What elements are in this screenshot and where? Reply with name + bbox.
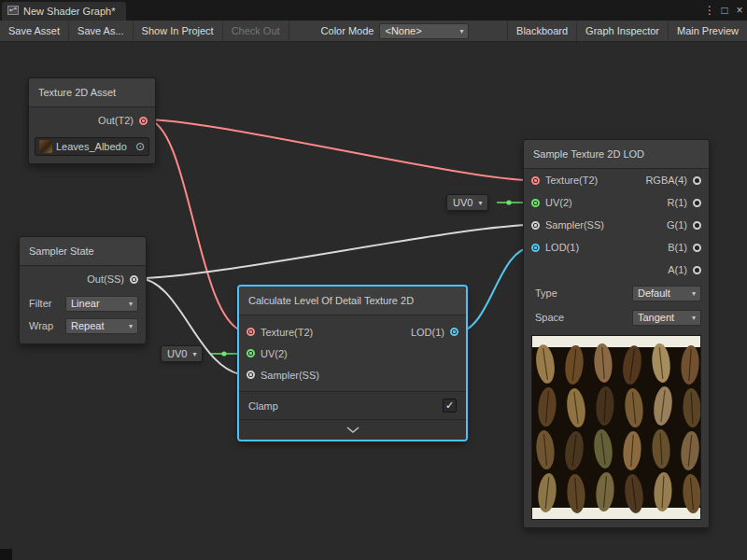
save-as-button[interactable]: Save As... (69, 21, 134, 41)
port-label: Out(T2) (98, 115, 134, 126)
uv-channel-value: UV0 (453, 197, 472, 208)
toolbar-right-group: Blackboard Graph Inspector Main Preview (507, 21, 747, 41)
port-label: UV(2) (261, 348, 288, 359)
uv-channel-pill-calculate[interactable]: UV0 ▾ (161, 345, 203, 362)
uv-default-dot-calculate (221, 351, 226, 356)
edge-lod-to-sample (457, 247, 532, 332)
chevron-down-icon: ▾ (129, 322, 133, 330)
port-in-lod[interactable] (531, 244, 540, 252)
collapse-previews-button[interactable] (239, 419, 466, 440)
type-value: Default (638, 287, 670, 299)
document-tab[interactable]: New Shader Graph* (2, 2, 126, 21)
chevron-down-icon (346, 427, 359, 433)
main-preview-toggle-button[interactable]: Main Preview (668, 21, 747, 41)
chevron-down-icon: ▾ (692, 289, 696, 298)
color-mode-value: <None> (385, 25, 421, 36)
port-in-uv[interactable] (531, 199, 540, 207)
space-label: Space (535, 312, 564, 323)
texture-name: Leaves_Albedo (56, 141, 127, 152)
canvas-corner (0, 549, 12, 560)
edge-texture-to-sample (146, 119, 532, 180)
port-label: RGBA(4) (645, 175, 687, 186)
type-dropdown[interactable]: Default ▾ (632, 286, 701, 301)
port-in-sampler[interactable] (531, 221, 540, 230)
node-texture-2d-asset[interactable]: Texture 2D Asset Out(T2) Leaves_Albedo ⊙ (28, 77, 156, 164)
port-in-sampler[interactable] (247, 371, 255, 379)
node-title: Sample Texture 2D LOD (524, 140, 709, 169)
port-out-lod[interactable] (450, 328, 458, 336)
filter-label: Filter (29, 298, 51, 309)
port-in-texture[interactable] (247, 328, 255, 336)
port-label: LOD(1) (545, 242, 579, 253)
port-out-b[interactable] (693, 244, 701, 252)
show-in-project-button[interactable]: Show In Project (134, 21, 223, 41)
wrap-dropdown[interactable]: Repeat ▾ (65, 318, 138, 334)
port-out-r[interactable] (693, 199, 701, 207)
titlebar: New Shader Graph* ⋮ □ × (0, 0, 747, 21)
chevron-down-icon: ▾ (459, 27, 463, 35)
texture-object-field[interactable]: Leaves_Albedo ⊙ (35, 137, 149, 156)
filter-value: Linear (71, 298, 100, 309)
save-asset-button[interactable]: Save Asset (0, 21, 69, 41)
filter-dropdown[interactable]: Linear ▾ (65, 296, 138, 312)
port-label: R(1) (668, 197, 687, 208)
shader-graph-icon (7, 5, 19, 18)
space-dropdown[interactable]: Tangent ▾ (632, 310, 701, 326)
wrap-label: Wrap (29, 320, 53, 331)
node-calculate-lod-texture-2d[interactable]: Calculate Level Of Detail Texture 2D Tex… (238, 286, 467, 441)
port-in-uv[interactable] (247, 349, 255, 357)
chevron-down-icon: ▾ (478, 199, 482, 207)
color-mode-label: Color Mode (316, 21, 380, 41)
edge-sampler-to-sample (137, 225, 532, 278)
uv-default-dot-sample (506, 200, 511, 204)
port-label: Out(SS) (87, 273, 124, 285)
port-out-ss[interactable] (130, 275, 138, 284)
port-label: LOD(1) (411, 327, 444, 338)
port-label: Texture(T2) (261, 327, 313, 338)
tab-title: New Shader Graph* (23, 6, 115, 17)
port-label: UV(2) (545, 197, 572, 208)
port-out-t2[interactable] (139, 117, 148, 125)
check-out-button: Check Out (223, 21, 289, 41)
menu-kebab-icon[interactable]: ⋮ (702, 4, 717, 17)
chevron-down-icon: ▾ (192, 350, 196, 358)
port-out-a[interactable] (693, 266, 701, 274)
port-label: Texture(T2) (545, 175, 598, 186)
maximize-icon[interactable]: □ (717, 4, 732, 17)
port-in-texture[interactable] (531, 176, 540, 185)
node-title: Calculate Level Of Detail Texture 2D (239, 287, 466, 315)
graph-canvas[interactable]: Texture 2D Asset Out(T2) Leaves_Albedo ⊙… (0, 42, 747, 560)
texture-thumbnail (39, 140, 52, 153)
port-label: B(1) (668, 242, 687, 253)
wrap-value: Repeat (71, 320, 104, 331)
object-picker-icon[interactable]: ⊙ (135, 141, 145, 152)
port-out-g[interactable] (693, 221, 701, 230)
uv-channel-value: UV0 (167, 348, 187, 359)
color-mode-dropdown[interactable]: <None> ▾ (379, 23, 469, 39)
clamp-label: Clamp (248, 400, 278, 412)
toolbar-left-group: Save Asset Save As... Show In Project Ch… (0, 21, 289, 41)
port-label: A(1) (668, 264, 687, 275)
uv-channel-pill-sample[interactable]: UV0 ▾ (446, 194, 488, 211)
clamp-checkbox[interactable]: ✓ (443, 399, 457, 413)
node-title: Sampler State (20, 237, 146, 266)
texture-preview (531, 335, 701, 520)
node-sample-texture-2d-lod[interactable]: Sample Texture 2D LOD Texture(T2) RGBA(4… (523, 139, 710, 528)
port-out-rgba[interactable] (693, 176, 701, 185)
node-sampler-state[interactable]: Sampler State Out(SS) Filter Linear ▾ Wr… (19, 236, 147, 344)
port-label: Sampler(SS) (545, 219, 604, 231)
node-title: Texture 2D Asset (29, 78, 155, 107)
port-label: G(1) (667, 219, 687, 231)
port-label: Sampler(SS) (261, 370, 319, 381)
close-icon[interactable]: × (732, 4, 747, 17)
space-value: Tangent (638, 312, 674, 323)
chevron-down-icon: ▾ (692, 314, 696, 322)
type-label: Type (535, 287, 557, 299)
edge-texture-to-calculate (146, 119, 248, 332)
chevron-down-icon: ▾ (129, 300, 133, 308)
window-controls: ⋮ □ × (702, 0, 747, 21)
graph-inspector-toggle-button[interactable]: Graph Inspector (576, 21, 668, 41)
blackboard-toggle-button[interactable]: Blackboard (507, 21, 576, 41)
graph-toolbar: Save Asset Save As... Show In Project Ch… (0, 21, 747, 42)
